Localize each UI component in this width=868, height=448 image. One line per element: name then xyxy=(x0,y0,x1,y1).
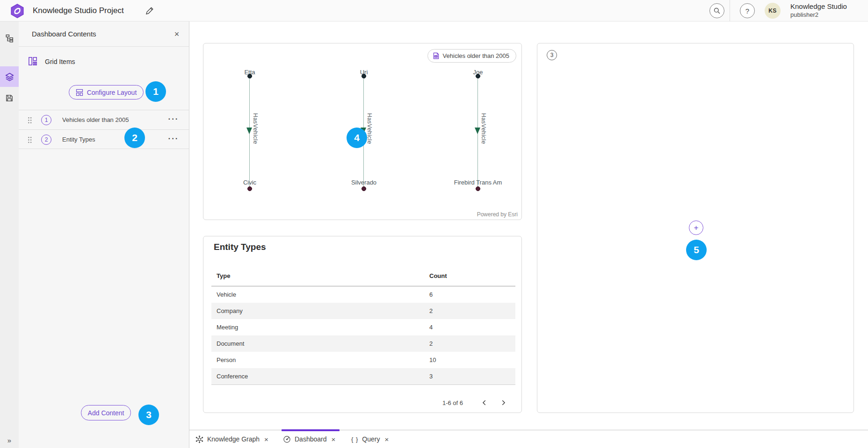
cell-count: 10 xyxy=(429,356,515,363)
left-action-rail: » xyxy=(0,21,19,448)
rail-data-model-button[interactable] xyxy=(0,28,19,49)
table-row[interactable]: Company 2 xyxy=(211,303,515,319)
cell-count: 2 xyxy=(429,340,515,347)
pagination-range: 1-6 of 6 xyxy=(442,399,463,406)
pagination: 1-6 of 6 xyxy=(211,393,515,412)
close-icon: × xyxy=(174,29,180,39)
layout-icon xyxy=(76,89,83,96)
tab-knowledge-graph[interactable]: Knowledge Graph × xyxy=(195,430,268,448)
esri-attribution: Powered by Esri xyxy=(477,211,518,218)
grid-items-section: Grid Items xyxy=(19,53,189,70)
widget-title: Entity Types xyxy=(214,242,266,252)
edge-label: HasVehicle xyxy=(366,113,373,144)
list-item-entity-types[interactable]: 2 Entity Types ··· xyxy=(19,129,189,149)
close-tab-icon[interactable]: × xyxy=(264,435,268,443)
person-node[interactable] xyxy=(247,74,252,78)
add-content-button[interactable]: Add Content xyxy=(81,405,131,420)
expand-rail-button[interactable]: » xyxy=(0,436,19,444)
table-row[interactable]: Vehicle 6 xyxy=(211,286,515,303)
node-label: Silverado xyxy=(326,179,401,186)
next-page-button[interactable] xyxy=(494,396,513,410)
vehicle-node[interactable] xyxy=(247,186,252,191)
cell-count: 4 xyxy=(429,324,515,331)
drag-handle-icon[interactable] xyxy=(27,136,32,144)
entity-types-table: Type Count Vehicle 6 Company 2 Meeting 4… xyxy=(211,265,515,385)
person-node[interactable] xyxy=(362,74,366,78)
item-number-badge: 1 xyxy=(41,115,51,125)
help-button[interactable]: ? xyxy=(740,3,755,18)
column-header-type: Type xyxy=(211,272,429,279)
panel-header: Dashboard Contents × xyxy=(19,21,189,47)
table-row[interactable]: Meeting 4 xyxy=(211,319,515,335)
person-node[interactable] xyxy=(476,74,480,78)
edge-label: HasVehicle xyxy=(480,113,487,144)
chevron-right-icon xyxy=(500,399,506,406)
rail-save-button[interactable] xyxy=(0,88,19,108)
empty-grid-slot: 3 + xyxy=(537,43,854,413)
list-item-label: Vehicles older than 2005 xyxy=(62,110,129,130)
user-name: Knowledge Studio xyxy=(790,2,847,11)
panel-title: Dashboard Contents xyxy=(32,21,96,47)
grid-items-icon xyxy=(28,57,37,66)
close-tab-icon[interactable]: × xyxy=(384,435,389,443)
table-row[interactable]: Person 10 xyxy=(211,352,515,368)
edit-title-icon[interactable] xyxy=(145,6,154,15)
node-label: Firebird Trans Am xyxy=(441,179,515,186)
vehicle-node[interactable] xyxy=(476,186,480,191)
drag-handle-icon[interactable] xyxy=(27,116,32,124)
configure-layout-button[interactable]: Configure Layout xyxy=(69,85,144,100)
layers-icon xyxy=(5,72,14,81)
cell-type: Meeting xyxy=(211,324,429,331)
cell-type: Vehicle xyxy=(211,291,429,298)
item-number-badge: 2 xyxy=(41,135,51,145)
add-widget-button[interactable]: + xyxy=(689,220,703,235)
search-button[interactable] xyxy=(709,3,724,18)
chip-label: Vehicles older than 2005 xyxy=(443,52,509,59)
ellipsis-icon: ··· xyxy=(168,134,179,143)
annotation-badge-2: 2 xyxy=(124,128,145,148)
chevron-left-icon xyxy=(481,399,488,406)
previous-page-button[interactable] xyxy=(475,396,494,410)
list-item-vehicles-older-than-2005[interactable]: 1 Vehicles older than 2005 ··· xyxy=(19,110,189,129)
item-options-button[interactable]: ··· xyxy=(166,110,181,130)
dashboard-gauge-icon xyxy=(283,435,291,443)
save-icon xyxy=(5,94,14,102)
tab-query[interactable]: { } Query × xyxy=(351,430,389,448)
tab-dashboard[interactable]: Dashboard × xyxy=(283,430,335,448)
edge-arrow-icon xyxy=(475,128,480,134)
annotation-badge-1: 1 xyxy=(145,81,166,102)
data-model-icon xyxy=(5,34,14,43)
annotation-badge-5: 5 xyxy=(686,240,707,260)
graph-filter-chip[interactable]: Vehicles older than 2005 xyxy=(427,49,516,63)
table-row[interactable]: Document 2 xyxy=(211,335,515,352)
node-label: Civic xyxy=(212,179,287,186)
rail-layers-button[interactable] xyxy=(0,66,19,87)
expand-icon: » xyxy=(7,436,11,444)
tab-label: Knowledge Graph xyxy=(207,435,260,443)
knowledge-graph-icon xyxy=(195,435,203,443)
cell-type: Document xyxy=(211,340,429,347)
user-menu[interactable]: Knowledge Studio publisher2 xyxy=(790,2,847,19)
close-tab-icon[interactable]: × xyxy=(332,435,336,443)
grid-item-list: 1 Vehicles older than 2005 ··· 2 Entity … xyxy=(19,110,189,149)
edge-arrow-icon xyxy=(246,128,252,134)
close-panel-button[interactable]: × xyxy=(170,28,183,41)
vehicle-node[interactable] xyxy=(362,186,366,191)
cell-type: Conference xyxy=(211,373,429,380)
list-item-label: Entity Types xyxy=(62,130,95,149)
user-avatar[interactable]: KS xyxy=(765,3,781,19)
entity-types-widget: Entity Types Type Count Vehicle 6 Compan… xyxy=(203,236,522,413)
avatar-initials: KS xyxy=(768,7,777,14)
braces-icon: { } xyxy=(351,436,358,443)
dashboard-canvas: Vehicles older than 2005 Etta HasVehicle… xyxy=(189,21,868,448)
cell-count: 2 xyxy=(429,307,515,314)
user-role: publisher2 xyxy=(790,11,847,19)
cell-type: Company xyxy=(211,307,429,314)
annotation-badge-3: 3 xyxy=(138,405,159,425)
view-tabbar: Knowledge Graph × Dashboard × { } Query … xyxy=(189,430,868,448)
item-options-button[interactable]: ··· xyxy=(166,130,181,149)
grid-items-label: Grid Items xyxy=(45,53,75,70)
app-logo-icon[interactable] xyxy=(10,3,25,19)
table-row[interactable]: Conference 3 xyxy=(211,368,515,384)
cell-count: 3 xyxy=(429,373,515,380)
